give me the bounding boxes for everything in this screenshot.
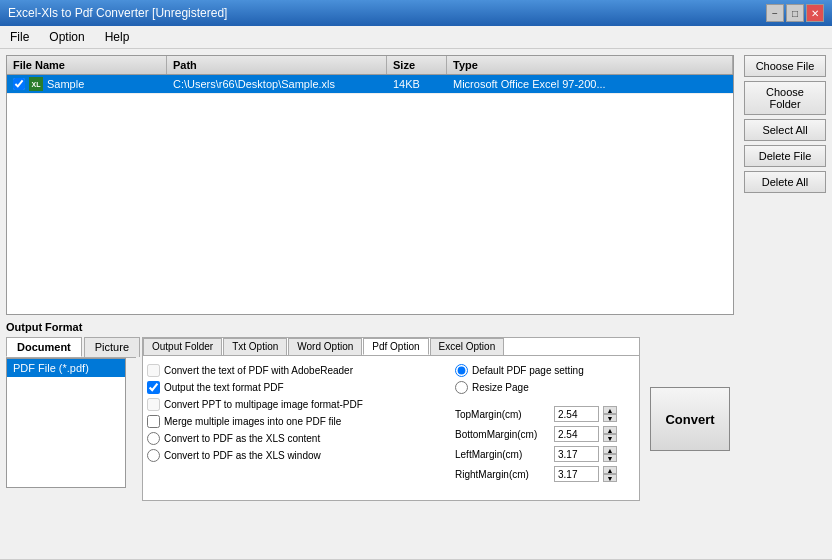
title-bar: Excel-Xls to Pdf Converter [Unregistered… bbox=[0, 0, 832, 26]
right-margin-up[interactable]: ▲ bbox=[603, 466, 617, 474]
format-list: PDF File (*.pdf) bbox=[6, 358, 126, 488]
pdf-option-row-1: Output the text format PDF bbox=[147, 381, 447, 394]
format-item-pdf[interactable]: PDF File (*.pdf) bbox=[7, 359, 125, 377]
pdf-label-1: Output the text format PDF bbox=[164, 382, 284, 393]
table-row[interactable]: XL Sample C:\Users\r66\Desktop\Sample.xl… bbox=[7, 75, 733, 94]
radio-default-page[interactable] bbox=[455, 364, 468, 377]
right-margin-spinner: ▲ ▼ bbox=[603, 466, 617, 482]
pdf-option-row-3: Merge multiple images into one PDF file bbox=[147, 415, 447, 428]
cell-type: Microsoft Office Excel 97-200... bbox=[447, 75, 733, 93]
options-panel: Output Folder Txt Option Word Option Pdf… bbox=[142, 337, 640, 501]
tab-excel-option[interactable]: Excel Option bbox=[430, 338, 505, 355]
pdf-label-3: Merge multiple images into one PDF file bbox=[164, 416, 341, 427]
cell-filename: XL Sample bbox=[7, 75, 167, 93]
right-panel: Choose File Choose Folder Select All Del… bbox=[740, 49, 832, 559]
table-body: XL Sample C:\Users\r66\Desktop\Sample.xl… bbox=[7, 75, 733, 314]
left-panel: File Name Path Size Type XL Sample C:\Us… bbox=[0, 49, 740, 559]
pdf-margins: Default PDF page setting Resize Page Top… bbox=[455, 364, 635, 496]
pdf-checkbox-0[interactable] bbox=[147, 364, 160, 377]
left-margin-input[interactable] bbox=[554, 446, 599, 462]
delete-file-button[interactable]: Delete File bbox=[744, 145, 826, 167]
page-setting-default: Default PDF page setting bbox=[455, 364, 635, 377]
format-panel: Document Picture PDF File (*.pdf) bbox=[6, 337, 136, 501]
pdf-label-4: Convert to PDF as the XLS content bbox=[164, 433, 320, 444]
margin-row-right: RightMargin(cm) ▲ ▼ bbox=[455, 466, 635, 482]
tab-txt-option[interactable]: Txt Option bbox=[223, 338, 287, 355]
format-tabs: Document Picture bbox=[6, 337, 136, 358]
tab-document[interactable]: Document bbox=[6, 337, 82, 357]
output-format-label: Output Format bbox=[6, 321, 734, 333]
pdf-option-row-5: Convert to PDF as the XLS window bbox=[147, 449, 447, 462]
top-margin-input[interactable] bbox=[554, 406, 599, 422]
right-margin-input[interactable] bbox=[554, 466, 599, 482]
window-title: Excel-Xls to Pdf Converter [Unregistered… bbox=[8, 6, 227, 20]
cell-size: 14KB bbox=[387, 75, 447, 93]
top-margin-up[interactable]: ▲ bbox=[603, 406, 617, 414]
options-tabs: Output Folder Txt Option Word Option Pdf… bbox=[143, 338, 639, 356]
pdf-checkboxes: Convert the text of PDF with AdobeReader… bbox=[147, 364, 447, 496]
bottom-margin-up[interactable]: ▲ bbox=[603, 426, 617, 434]
choose-file-button[interactable]: Choose File bbox=[744, 55, 826, 77]
pdf-checkbox-2[interactable] bbox=[147, 398, 160, 411]
tab-pdf-option[interactable]: Pdf Option bbox=[363, 338, 428, 355]
pdf-checkbox-3[interactable] bbox=[147, 415, 160, 428]
minimize-button[interactable]: − bbox=[766, 4, 784, 22]
top-margin-down[interactable]: ▼ bbox=[603, 414, 617, 422]
left-margin-label: LeftMargin(cm) bbox=[455, 449, 550, 460]
tab-word-option[interactable]: Word Option bbox=[288, 338, 362, 355]
left-margin-down[interactable]: ▼ bbox=[603, 454, 617, 462]
main-area: File Name Path Size Type XL Sample C:\Us… bbox=[0, 49, 832, 559]
top-margin-label: TopMargin(cm) bbox=[455, 409, 550, 420]
restore-button[interactable]: □ bbox=[786, 4, 804, 22]
close-button[interactable]: ✕ bbox=[806, 4, 824, 22]
page-setting-resize: Resize Page bbox=[455, 381, 635, 394]
bottom-margin-spinner: ▲ ▼ bbox=[603, 426, 617, 442]
right-margin-label: RightMargin(cm) bbox=[455, 469, 550, 480]
row-checkbox[interactable] bbox=[13, 78, 25, 90]
pdf-options: Convert the text of PDF with AdobeReader… bbox=[143, 360, 639, 500]
menu-file[interactable]: File bbox=[4, 28, 35, 46]
menu-option[interactable]: Option bbox=[43, 28, 90, 46]
select-all-button[interactable]: Select All bbox=[744, 119, 826, 141]
file-icon: XL bbox=[29, 77, 43, 91]
bottom-margin-down[interactable]: ▼ bbox=[603, 434, 617, 442]
default-page-label: Default PDF page setting bbox=[472, 365, 584, 376]
col-header-type: Type bbox=[447, 56, 733, 74]
pdf-radio-5[interactable] bbox=[147, 449, 160, 462]
right-margin-down[interactable]: ▼ bbox=[603, 474, 617, 482]
radio-resize-page[interactable] bbox=[455, 381, 468, 394]
tab-picture[interactable]: Picture bbox=[84, 337, 140, 357]
menu-bar: File Option Help bbox=[0, 26, 832, 49]
table-header: File Name Path Size Type bbox=[7, 56, 733, 75]
output-format-section: Output Format Document Picture PDF File … bbox=[6, 321, 734, 501]
top-margin-spinner: ▲ ▼ bbox=[603, 406, 617, 422]
bottom-margin-input[interactable] bbox=[554, 426, 599, 442]
resize-page-label: Resize Page bbox=[472, 382, 529, 393]
left-margin-up[interactable]: ▲ bbox=[603, 446, 617, 454]
choose-folder-button[interactable]: Choose Folder bbox=[744, 81, 826, 115]
margin-row-left: LeftMargin(cm) ▲ ▼ bbox=[455, 446, 635, 462]
delete-all-button[interactable]: Delete All bbox=[744, 171, 826, 193]
pdf-radio-4[interactable] bbox=[147, 432, 160, 445]
pdf-checkbox-1[interactable] bbox=[147, 381, 160, 394]
margin-row-bottom: BottomMargin(cm) ▲ ▼ bbox=[455, 426, 635, 442]
col-header-filename: File Name bbox=[7, 56, 167, 74]
bottom-margin-label: BottomMargin(cm) bbox=[455, 429, 550, 440]
pdf-label-5: Convert to PDF as the XLS window bbox=[164, 450, 321, 461]
col-header-path: Path bbox=[167, 56, 387, 74]
convert-area: Convert bbox=[646, 337, 734, 501]
pdf-option-row-0: Convert the text of PDF with AdobeReader bbox=[147, 364, 447, 377]
file-table: File Name Path Size Type XL Sample C:\Us… bbox=[6, 55, 734, 315]
pdf-option-row-4: Convert to PDF as the XLS content bbox=[147, 432, 447, 445]
pdf-label-2: Convert PPT to multipage image format-PD… bbox=[164, 399, 363, 410]
pdf-option-row-2: Convert PPT to multipage image format-PD… bbox=[147, 398, 447, 411]
convert-button[interactable]: Convert bbox=[650, 387, 730, 451]
window-controls: − □ ✕ bbox=[766, 4, 824, 22]
left-margin-spinner: ▲ ▼ bbox=[603, 446, 617, 462]
cell-path: C:\Users\r66\Desktop\Sample.xls bbox=[167, 75, 387, 93]
output-format-content: Document Picture PDF File (*.pdf) Output… bbox=[6, 337, 734, 501]
menu-help[interactable]: Help bbox=[99, 28, 136, 46]
tab-output-folder[interactable]: Output Folder bbox=[143, 338, 222, 355]
col-header-size: Size bbox=[387, 56, 447, 74]
pdf-label-0: Convert the text of PDF with AdobeReader bbox=[164, 365, 353, 376]
